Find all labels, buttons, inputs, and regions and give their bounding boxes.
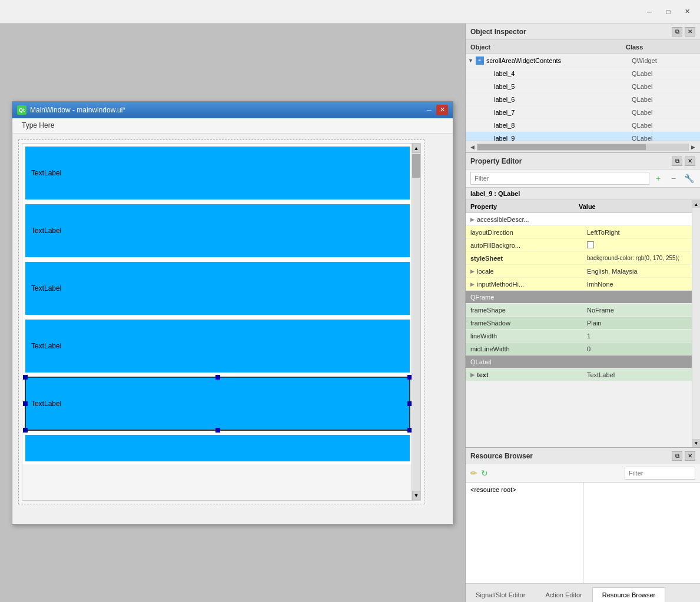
oi-label4-class: QLabel xyxy=(629,70,700,77)
object-inspector-close-btn[interactable]: ✕ xyxy=(685,27,695,36)
property-remove-button[interactable]: − xyxy=(667,172,680,185)
property-scrollbar[interactable]: ▲ ▼ xyxy=(692,200,700,447)
pe-prop-line-width: lineWidth xyxy=(466,332,582,340)
oi-left-arrow[interactable]: ◀ xyxy=(468,144,477,150)
tree-expand-arrow[interactable]: ▼ xyxy=(468,58,473,64)
resource-filter-input[interactable] xyxy=(625,467,695,480)
pe-row-frame-shape[interactable]: frameShape NoFrame xyxy=(466,304,700,317)
scroll-area[interactable]: TextLabel TextLabel TextLabel xyxy=(22,143,413,501)
pe-row-locale[interactable]: ▶ locale English, Malaysia xyxy=(466,265,700,278)
pe-row-text[interactable]: ▶ text TextLabel xyxy=(466,368,700,381)
oi-row-scroll-area[interactable]: ▼ ≡ scrollAreaWidgetContents QWidget xyxy=(466,54,700,67)
pe-prop-frame-shape: frameShape xyxy=(466,307,582,314)
object-inspector-panel: Object Inspector ⧉ ✕ Object Class ▼ ≡ xyxy=(466,24,700,153)
scrollbar-thumb[interactable] xyxy=(412,154,420,178)
pe-row-layout-direction[interactable]: layoutDirection LeftToRight xyxy=(466,226,700,239)
label-item-3[interactable]: TextLabel xyxy=(25,262,410,315)
pe-row-accessible-descr[interactable]: ▶ accessibleDescr... xyxy=(466,213,700,226)
oi-scroll-area-object: ▼ ≡ scrollAreaWidgetContents xyxy=(466,56,629,65)
pe-row-line-width[interactable]: lineWidth 1 xyxy=(466,330,700,342)
resize-handle-tl[interactable] xyxy=(23,375,28,380)
qt-logo: Qt xyxy=(17,105,26,115)
close-button[interactable]: ✕ xyxy=(679,5,695,18)
menu-type-here[interactable]: Type Here xyxy=(17,120,59,131)
qt-window-controls: ─ ✕ xyxy=(423,105,448,115)
property-scroll-up[interactable]: ▲ xyxy=(692,200,700,208)
reload-resource-button[interactable]: ↻ xyxy=(481,468,488,478)
label-item-6[interactable] xyxy=(25,435,410,461)
oi-horizontal-scrollbar[interactable] xyxy=(477,144,689,151)
oi-row-label5[interactable]: label_5 QLabel xyxy=(466,80,700,93)
property-filter-input[interactable] xyxy=(470,172,649,185)
oi-table-header: Object Class xyxy=(466,40,700,54)
qt-designer-window: Qt MainWindow - mainwindow.ui* ─ ✕ Type … xyxy=(12,101,453,525)
oi-label7-object: label_7 xyxy=(466,109,629,116)
pe-section-qframe: QFrame xyxy=(466,291,700,304)
property-editor-header: Property Editor ⧉ ✕ xyxy=(466,153,700,169)
pe-prop-accessible-descr: ▶ accessibleDescr... xyxy=(466,216,582,223)
property-add-button[interactable]: + xyxy=(652,172,665,185)
pe-row-autofill[interactable]: autoFillBackgro... xyxy=(466,239,700,252)
property-filter-bar: + − 🔧 xyxy=(466,169,700,188)
pe-section-qlabel: QLabel xyxy=(466,355,700,368)
resize-handle-ml[interactable] xyxy=(23,401,28,406)
tab-resource-browser[interactable]: Resource Browser xyxy=(592,587,665,602)
qt-minimize-button[interactable]: ─ xyxy=(423,105,435,115)
property-wrench-button[interactable]: 🔧 xyxy=(682,172,695,185)
pe-row-input-method[interactable]: ▶ inputMethodHi... ImhNone xyxy=(466,278,700,291)
label-item-2[interactable]: TextLabel xyxy=(25,204,410,257)
minimize-button[interactable]: ─ xyxy=(641,5,658,18)
pe-section-qframe-label: QFrame xyxy=(466,294,582,301)
expand-arrow-locale[interactable]: ▶ xyxy=(470,268,475,274)
scrollbar-down-arrow[interactable]: ▼ xyxy=(412,491,420,500)
resource-root-item[interactable]: <resource root> xyxy=(468,485,580,494)
oi-scroll-area-class: QWidget xyxy=(629,57,700,64)
oi-label6-class: QLabel xyxy=(629,96,700,103)
vertical-scrollbar[interactable]: ▲ ▼ xyxy=(412,143,421,501)
expand-arrow-accessible[interactable]: ▶ xyxy=(470,217,475,222)
oi-label8-class: QLabel xyxy=(629,122,700,129)
tab-signal-slot-editor[interactable]: Signal/Slot Editor xyxy=(466,587,535,602)
resize-handle-bl[interactable] xyxy=(23,428,28,433)
expand-arrow-text[interactable]: ▶ xyxy=(470,372,475,378)
pe-row-stylesheet[interactable]: styleSheet background-color: rgb(0, 170,… xyxy=(466,252,700,265)
pe-row-frame-shadow[interactable]: frameShadow Plain xyxy=(466,317,700,330)
pe-row-mid-line-width[interactable]: midLineWidth 0 xyxy=(466,342,700,355)
object-inspector-title: Object Inspector xyxy=(470,28,526,36)
edit-resource-button[interactable]: ✏ xyxy=(470,468,477,478)
object-inspector-header: Object Inspector ⧉ ✕ xyxy=(466,24,700,40)
expand-arrow-inputmethod[interactable]: ▶ xyxy=(470,281,475,287)
property-editor-close-btn[interactable]: ✕ xyxy=(685,157,695,166)
autofill-checkbox[interactable] xyxy=(587,241,594,248)
oi-row-label9[interactable]: label_9 QLabel xyxy=(466,132,700,141)
resource-browser-float-btn[interactable]: ⧉ xyxy=(672,451,682,461)
property-scroll-down[interactable]: ▼ xyxy=(692,439,700,447)
oi-row-label8[interactable]: label_8 QLabel xyxy=(466,119,700,132)
resource-browser-controls: ⧉ ✕ xyxy=(672,451,695,461)
qt-close-button[interactable]: ✕ xyxy=(436,105,448,115)
resource-browser-header: Resource Browser ⧉ ✕ xyxy=(466,448,700,464)
property-table: Property Value ▶ accessibleDescr... layo… xyxy=(466,200,700,447)
pe-table-header: Property Value xyxy=(466,200,700,213)
label-item-1[interactable]: TextLabel xyxy=(25,147,410,199)
object-inspector-float-btn[interactable]: ⧉ xyxy=(672,27,682,36)
resource-browser-close-btn[interactable]: ✕ xyxy=(685,451,695,461)
oi-scrollbar-thumb[interactable] xyxy=(477,144,646,150)
pe-val-line-width: 1 xyxy=(582,332,700,340)
resize-handle-bm[interactable] xyxy=(215,428,220,433)
oi-label8-object: label_8 xyxy=(466,122,629,129)
resource-browser-content: <resource root> xyxy=(466,483,700,583)
label-item-4[interactable]: TextLabel xyxy=(25,320,410,372)
resize-handle-tm[interactable] xyxy=(215,375,220,380)
property-editor-float-btn[interactable]: ⧉ xyxy=(672,157,682,166)
qt-window-title-text: MainWindow - mainwindow.ui* xyxy=(30,106,420,114)
oi-row-label4[interactable]: label_4 QLabel xyxy=(466,67,700,80)
label-item-5[interactable]: TextLabel xyxy=(25,377,410,430)
oi-row-label7[interactable]: label_7 QLabel xyxy=(466,106,700,119)
oi-right-arrow[interactable]: ▶ xyxy=(689,144,698,150)
oi-row-label6[interactable]: label_6 QLabel xyxy=(466,93,700,106)
tab-action-editor[interactable]: Action Editor xyxy=(535,587,592,602)
scrollbar-up-arrow[interactable]: ▲ xyxy=(412,144,420,153)
pe-val-locale: English, Malaysia xyxy=(582,268,700,275)
maximize-button[interactable]: □ xyxy=(660,5,676,18)
